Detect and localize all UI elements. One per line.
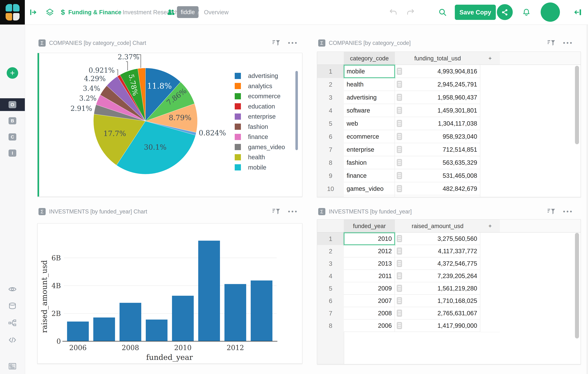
cell-raised_amount_usd[interactable]: 7,239,205,264 <box>395 270 480 282</box>
cell-empty[interactable] <box>480 156 500 170</box>
bar-2012[interactable] <box>224 284 246 341</box>
cell-empty[interactable] <box>480 270 500 283</box>
column-header-funding_total_usd[interactable]: funding_total_usd <box>395 52 480 65</box>
dollar-icon[interactable]: $ <box>58 8 67 17</box>
cell-raised_amount_usd[interactable]: 1,561,219,280 <box>395 282 480 295</box>
cell-funding_total_usd[interactable]: 393,694,960 <box>395 195 480 197</box>
add-column-header[interactable]: + <box>480 52 500 65</box>
cell-category_code[interactable]: enterprise <box>344 143 395 156</box>
sidebar-item-i[interactable]: I <box>0 147 25 160</box>
row-number[interactable]: 4 <box>317 104 344 117</box>
cell-raised_amount_usd[interactable]: 1,417,990,000 <box>395 320 480 332</box>
cell-funded_year[interactable]: 2013 <box>344 257 395 270</box>
selected-cell[interactable] <box>344 233 395 245</box>
table-scrollbar[interactable] <box>575 233 579 338</box>
sidebar-item-o[interactable]: O <box>0 98 25 111</box>
bar-2013[interactable] <box>251 280 273 341</box>
cell-empty[interactable] <box>480 257 500 270</box>
redo-icon[interactable] <box>406 8 415 17</box>
cell-funding_total_usd[interactable]: 482,842,679 <box>395 182 480 195</box>
add-element-button[interactable]: + <box>7 67 18 79</box>
avatar[interactable] <box>541 2 560 22</box>
legend-item-enterprise[interactable]: enterprise <box>235 113 276 120</box>
code-icon[interactable] <box>4 335 21 345</box>
cell-funding_total_usd[interactable]: 1,459,301,801 <box>395 104 480 117</box>
cell-funded_year[interactable]: 2009 <box>344 282 395 295</box>
docs-card-icon[interactable] <box>4 361 21 372</box>
legend-item-mobile[interactable]: mobile <box>235 164 266 171</box>
panel-menu-icon[interactable]: ••• <box>288 38 298 47</box>
cell-empty[interactable] <box>480 320 500 332</box>
cell-funded_year[interactable]: 2008 <box>344 307 395 320</box>
breadcrumb-org[interactable]: Funding & Finance <box>68 0 121 24</box>
save-copy-button[interactable]: Save Copy <box>455 5 496 20</box>
row-number[interactable]: 7 <box>317 307 344 320</box>
row-number[interactable]: 10 <box>317 182 344 195</box>
row-number[interactable]: 4 <box>317 270 344 282</box>
row-number[interactable]: 2 <box>317 245 344 257</box>
fiddle-badge[interactable]: fiddle <box>177 6 199 18</box>
cell-raised_amount_usd[interactable]: 3,275,560,560 <box>395 233 480 245</box>
schema-tree-icon[interactable] <box>4 318 21 329</box>
row-number[interactable]: 7 <box>317 143 344 156</box>
panel-menu-icon[interactable]: ••• <box>564 207 573 216</box>
cell-category_code[interactable]: web <box>344 117 395 130</box>
panel-menu-icon[interactable]: ••• <box>288 207 298 216</box>
collapse-panel-icon[interactable] <box>573 8 582 17</box>
row-number[interactable]: 1 <box>317 65 344 78</box>
cell-empty[interactable] <box>480 91 500 104</box>
cell-funding_total_usd[interactable]: 1,958,960,437 <box>395 91 480 104</box>
search-icon[interactable] <box>438 8 447 17</box>
cell-funding_total_usd[interactable]: 531,465,008 <box>395 169 480 182</box>
cell-empty[interactable] <box>480 117 500 130</box>
cell-funded_year[interactable]: 2007 <box>344 295 395 307</box>
cell-category_code[interactable]: advertising <box>344 91 395 104</box>
share-button[interactable] <box>496 3 514 21</box>
cell-empty[interactable] <box>480 307 500 320</box>
legend-item-ecommerce[interactable]: ecommerce <box>235 93 281 100</box>
filter-icon[interactable] <box>272 207 281 216</box>
page-scrollbar-track[interactable] <box>587 25 588 374</box>
legend-item-fashion[interactable]: fashion <box>235 123 268 130</box>
row-number[interactable]: 5 <box>317 282 344 295</box>
preview-eye-icon[interactable] <box>4 284 21 295</box>
breadcrumb-page[interactable]: Overview <box>204 0 229 24</box>
cell-funding_total_usd[interactable]: 2,945,245,791 <box>395 78 480 91</box>
cell-empty[interactable] <box>480 143 500 157</box>
row-number[interactable]: 5 <box>317 117 344 130</box>
bar-2009[interactable] <box>146 320 168 341</box>
filter-icon[interactable] <box>547 38 556 47</box>
row-number[interactable]: 9 <box>317 169 344 182</box>
row-number[interactable]: 8 <box>317 320 344 332</box>
database-icon[interactable] <box>4 301 21 312</box>
cell-funded_year[interactable]: 2012 <box>344 245 395 257</box>
cell-raised_amount_usd[interactable]: 4,372,546,775 <box>395 257 480 270</box>
undo-icon[interactable] <box>389 8 398 17</box>
cell-funded_year[interactable]: 2006 <box>344 320 395 332</box>
column-header-funded_year[interactable]: funded_year <box>344 220 395 233</box>
bar-2010[interactable] <box>172 296 194 341</box>
column-header-category_code[interactable]: category_code <box>344 52 395 65</box>
row-number[interactable]: 6 <box>317 295 344 307</box>
cell-empty[interactable] <box>480 195 500 197</box>
legend-item-games_video[interactable]: games_video <box>235 144 285 150</box>
row-number[interactable]: 6 <box>317 130 344 143</box>
cell-funding_total_usd[interactable]: 958,923,040 <box>395 130 480 143</box>
cell-category_code[interactable]: finance <box>344 169 395 182</box>
cell-empty[interactable] <box>480 182 500 196</box>
row-number[interactable]: 3 <box>317 91 344 104</box>
collaborators-icon[interactable] <box>166 8 175 17</box>
cell-raised_amount_usd[interactable]: 1,710,168,025 <box>395 295 480 307</box>
cell-funded_year[interactable]: 2011 <box>344 270 395 282</box>
cell-empty[interactable] <box>480 282 500 295</box>
selected-cell[interactable] <box>344 65 395 78</box>
cell-category_code[interactable]: software <box>344 104 395 117</box>
sidebar-item-c[interactable]: C <box>0 130 25 143</box>
add-column-header[interactable]: + <box>480 220 500 233</box>
row-number[interactable]: 2 <box>317 78 344 91</box>
cell-empty[interactable] <box>480 130 500 143</box>
bar-2007[interactable] <box>93 318 115 341</box>
cell-category_code[interactable]: ecommerce <box>344 130 395 143</box>
row-number[interactable]: 3 <box>317 257 344 270</box>
sidebar-item-b[interactable]: B <box>0 114 25 127</box>
